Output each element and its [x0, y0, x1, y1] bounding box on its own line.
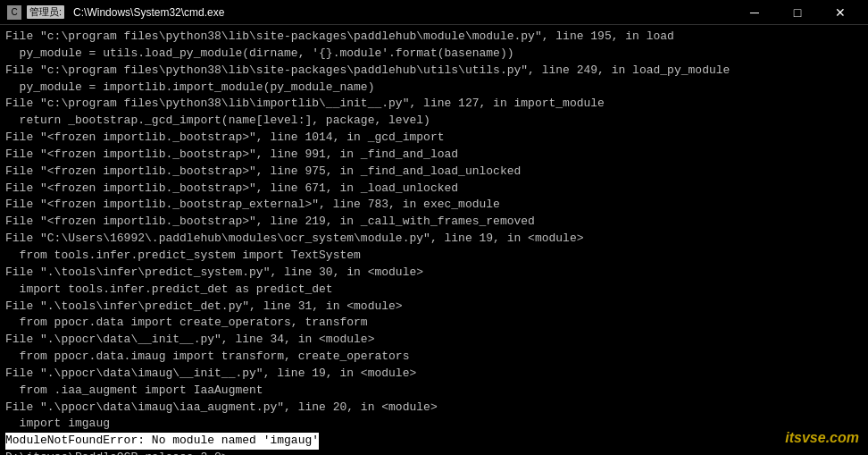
window-controls: ─ □ ✕ — [734, 1, 861, 24]
terminal-line: File "<frozen importlib._bootstrap_exter… — [5, 197, 863, 214]
terminal-line: File "c:\program files\python38\lib\site… — [5, 29, 863, 46]
terminal-line: File "<frozen importlib._bootstrap>", li… — [5, 130, 863, 147]
terminal-output: File "c:\program files\python38\lib\site… — [0, 25, 868, 455]
terminal-line: File "C:\Users\16992\.paddlehub\modules\… — [5, 231, 863, 248]
terminal-line: File ".\ppocr\data\imaug\__init__.py", l… — [5, 366, 863, 383]
cmd-icon: C — [7, 5, 21, 20]
close-button[interactable]: ✕ — [820, 1, 861, 24]
admin-badge: 管理员: — [27, 5, 64, 19]
terminal-line: File "<frozen importlib._bootstrap>", li… — [5, 181, 863, 198]
maximize-button[interactable]: □ — [777, 1, 818, 24]
terminal-line: File ".\tools\infer\predict_system.py", … — [5, 265, 863, 282]
terminal-line: File ".\ppocr\data\imaug\iaa_augment.py"… — [5, 400, 863, 417]
terminal-line: File "<frozen importlib._bootstrap>", li… — [5, 147, 863, 164]
terminal-line: D:\itsvse\PaddleOCR-release-2.0> — [5, 450, 863, 455]
minimize-button[interactable]: ─ — [734, 1, 775, 24]
terminal-line: File ".\tools\infer\predict_det.py", lin… — [5, 299, 863, 316]
terminal-line: File "c:\program files\python38\lib\impo… — [5, 96, 863, 113]
terminal-line: File "c:\program files\python38\lib\site… — [5, 63, 863, 80]
title-bar: C 管理员: C:\Windows\System32\cmd.exe ─ □ ✕ — [0, 0, 868, 25]
terminal-line: py_module = importlib.import_module(py_m… — [5, 80, 863, 97]
terminal-line: ModuleNotFoundError: No module named 'im… — [5, 433, 863, 450]
window: C 管理员: C:\Windows\System32\cmd.exe ─ □ ✕… — [0, 0, 868, 455]
terminal-line: from ppocr.data.imaug import transform, … — [5, 349, 863, 366]
terminal-line: import tools.infer.predict_det as predic… — [5, 282, 863, 299]
terminal-line: from ppocr.data import create_operators,… — [5, 315, 863, 332]
terminal-line: File "<frozen importlib._bootstrap>", li… — [5, 214, 863, 231]
title-bar-left: C 管理员: C:\Windows\System32\cmd.exe — [7, 5, 224, 20]
terminal-line: import imgaug — [5, 416, 863, 433]
terminal-line: return _bootstrap._gcd_import(name[level… — [5, 113, 863, 130]
watermark: itsvse.com — [785, 427, 859, 448]
terminal-line: File ".\ppocr\data\__init__.py", line 34… — [5, 332, 863, 349]
window-title: C:\Windows\System32\cmd.exe — [73, 6, 224, 19]
terminal-line: py_module = utils.load_py_module(dirname… — [5, 46, 863, 63]
terminal-line: from tools.infer.predict_system import T… — [5, 248, 863, 265]
terminal-lines: File "c:\program files\python38\lib\site… — [5, 29, 863, 455]
terminal-line: File "<frozen importlib._bootstrap>", li… — [5, 164, 863, 181]
terminal-line: from .iaa_augment import IaaAugment — [5, 383, 863, 400]
